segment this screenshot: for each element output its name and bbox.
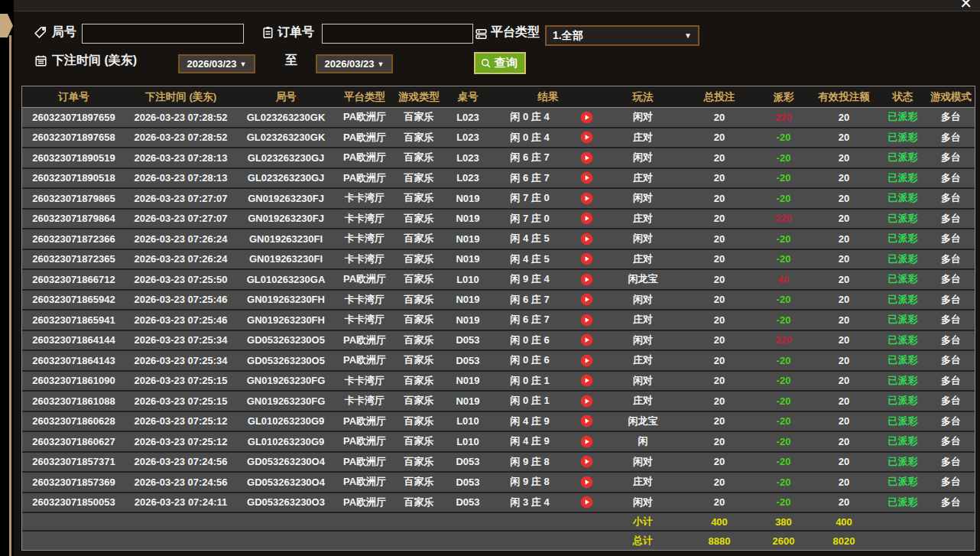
cell-platform: 卡卡湾厅 (336, 394, 394, 408)
play-video-icon[interactable] (580, 395, 593, 408)
play-video-icon[interactable] (580, 435, 593, 448)
header-cell: 有效投注额 (810, 90, 878, 104)
play-video-icon[interactable] (580, 232, 593, 245)
cell-platform: PA欧洲厅 (336, 496, 394, 509)
play-video-icon[interactable] (580, 374, 593, 387)
panel-expand-tab[interactable] (0, 14, 13, 37)
cell-platform: PA欧洲厅 (336, 110, 394, 124)
cell-table: N019 (444, 253, 492, 265)
cell-result: 闲 9 庄 8 (492, 475, 568, 489)
round-number-input[interactable] (82, 24, 244, 44)
order-number-input[interactable] (322, 24, 473, 44)
date-to-picker[interactable]: 2026/03/23 ▼ (316, 54, 393, 73)
cell-total-bet: 20 (681, 355, 758, 366)
cell-game-mode: 多台 (927, 313, 975, 327)
cell-valid-bet: 20 (810, 112, 878, 123)
cell-platform: PA欧洲厅 (336, 171, 394, 185)
play-video-icon[interactable] (580, 111, 593, 124)
cell-game-mode: 多台 (927, 252, 975, 266)
cell-play-type: 闲 (605, 434, 681, 448)
cell-valid-bet: 20 (810, 436, 878, 447)
cell-game-mode: 多台 (927, 394, 975, 408)
cell-time: 2026-03-23 07:25:15 (125, 395, 236, 407)
cell-valid-bet: 20 (810, 152, 878, 164)
cell-result: 闲 0 庄 6 (492, 353, 568, 367)
play-video-icon[interactable] (580, 252, 593, 265)
cell-payout: -20 (758, 496, 810, 508)
cell-play-type: 庄对 (605, 131, 681, 145)
platform-select[interactable]: 1.全部 ▼ (545, 25, 699, 46)
cell-order: 260323071864144 (22, 334, 125, 346)
cell-order: 260323071850053 (22, 496, 125, 508)
cell-game: 百家乐 (394, 415, 444, 428)
header-cell: 局号 (236, 90, 336, 104)
cell-game-mode: 多台 (927, 272, 975, 286)
cell-game-mode: 多台 (927, 212, 975, 226)
cell-table: D053 (444, 496, 492, 508)
table-row: 2603230718723652026-03-23 07:26:24GN0192… (22, 250, 975, 271)
play-video-icon[interactable] (580, 354, 593, 367)
cell-payout: 40 (758, 274, 810, 285)
cell-result: 闲 6 庄 7 (492, 171, 568, 185)
table-row: 2603230718723662026-03-23 07:26:24GN0192… (22, 229, 975, 250)
play-video-icon[interactable] (580, 415, 593, 428)
cell-status status-badge: 已派彩 (878, 151, 927, 164)
play-video-icon[interactable] (580, 192, 593, 205)
cell-play-type: 闲龙宝 (605, 272, 681, 286)
cell-game: 百家乐 (394, 455, 444, 469)
cell-table: D053 (444, 476, 492, 488)
play-video-icon[interactable] (580, 455, 593, 468)
cell-table: L010 (444, 415, 492, 427)
cell-game: 百家乐 (394, 333, 444, 347)
cell-payout: -20 (758, 233, 810, 245)
play-video-icon[interactable] (580, 151, 593, 164)
play-video-icon[interactable] (580, 212, 593, 225)
grand-total-label: 总计 (605, 534, 681, 548)
play-video-icon[interactable] (580, 131, 593, 144)
cell-game-mode: 多台 (927, 171, 975, 185)
play-video-icon[interactable] (580, 171, 593, 184)
date-to-value: 2026/03/23 (325, 58, 375, 70)
table-row: 2603230718610902026-03-23 07:25:15GN0192… (22, 372, 975, 392)
cell-table: L010 (444, 274, 492, 285)
cell-play-type: 闲对 (605, 191, 681, 205)
subtotal-payout: 380 (758, 516, 810, 528)
cell-time: 2026-03-23 07:28:52 (125, 112, 236, 123)
play-video-icon[interactable] (580, 314, 593, 327)
query-button[interactable]: 查询 (474, 52, 526, 74)
cell-order: 260323071861090 (22, 375, 125, 386)
order-number-label: 订单号 (277, 24, 314, 41)
cell-play-type: 闲对 (605, 110, 681, 124)
play-video-icon[interactable] (580, 273, 593, 286)
play-video-icon[interactable] (580, 496, 593, 509)
table-row: 2603230718641432026-03-23 07:25:34GD0532… (22, 351, 975, 372)
play-video-icon[interactable] (580, 333, 593, 346)
cell-result: 闲 7 庄 0 (492, 212, 568, 226)
table-row: 2603230718606272026-03-23 07:25:12GL0102… (22, 432, 975, 453)
cell-round: GN019263230FH (236, 314, 336, 326)
date-from-picker[interactable]: 2026/03/23 ▼ (178, 54, 255, 73)
cell-game: 百家乐 (394, 434, 444, 448)
play-video-icon[interactable] (580, 293, 593, 306)
cell-game-mode: 多台 (927, 434, 975, 448)
cell-play-type: 闲对 (605, 455, 681, 469)
cell-result: 闲 0 庄 4 (492, 131, 568, 145)
cell-total-bet: 20 (681, 274, 758, 285)
cell-payout: -20 (758, 436, 810, 447)
subtotal-total-bet: 400 (681, 516, 758, 528)
cell-time: 2026-03-23 07:28:52 (125, 132, 236, 143)
cell-game: 百家乐 (394, 212, 444, 226)
table-row: 2603230718976592026-03-23 07:28:52GL0232… (22, 108, 975, 128)
cell-round: GN019263230FH (236, 294, 336, 305)
header-cell: 桌号 (444, 90, 492, 104)
cell-total-bet: 20 (681, 294, 758, 305)
close-icon[interactable]: ✕ (959, 0, 972, 11)
window-titlebar: ✕ (14, 0, 980, 11)
play-video-icon[interactable] (580, 476, 593, 489)
cell-payout: 220 (758, 213, 810, 224)
cell-status status-badge: 已派彩 (878, 110, 927, 124)
cell-game: 百家乐 (394, 475, 444, 489)
cell-valid-bet: 20 (810, 233, 878, 245)
cell-time: 2026-03-23 07:25:15 (125, 375, 236, 386)
cell-game-mode: 多台 (927, 131, 975, 145)
